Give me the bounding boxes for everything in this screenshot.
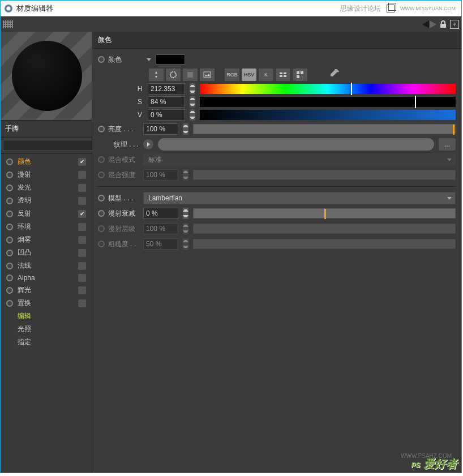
item-illumination[interactable]: 光照 bbox=[1, 323, 92, 336]
diffuse-level-slider[interactable] bbox=[193, 224, 456, 234]
s-input[interactable] bbox=[148, 96, 185, 108]
channel-environment-checkbox[interactable] bbox=[78, 223, 86, 231]
roughness-input[interactable] bbox=[143, 238, 178, 250]
texture-browse-button[interactable]: ... bbox=[439, 138, 456, 151]
diffuse-falloff-spinner[interactable] bbox=[183, 208, 188, 219]
channel-luminance-checkbox[interactable] bbox=[78, 184, 86, 192]
v-slider[interactable] bbox=[200, 110, 456, 120]
channel-alpha-checkbox[interactable] bbox=[78, 274, 86, 282]
channel-transparency-checkbox[interactable] bbox=[78, 197, 86, 205]
channel-luminance[interactable]: 发光 bbox=[1, 181, 92, 194]
h-input[interactable] bbox=[148, 83, 185, 95]
swatches1-icon[interactable] bbox=[276, 68, 290, 81]
k-mode-button[interactable]: K bbox=[259, 68, 273, 81]
s-slider[interactable] bbox=[200, 97, 456, 107]
search-input[interactable] bbox=[3, 140, 93, 151]
model-label: 模型 . . . bbox=[108, 194, 133, 203]
nav-back-icon[interactable] bbox=[422, 20, 429, 28]
svg-rect-9 bbox=[297, 71, 299, 74]
material-name[interactable]: 手脚 bbox=[1, 120, 92, 138]
channel-alpha[interactable]: Alpha bbox=[1, 272, 92, 284]
texture-menu-button[interactable] bbox=[143, 139, 153, 149]
svg-rect-6 bbox=[284, 72, 286, 74]
diffuse-level-label: 漫射层级 bbox=[108, 224, 135, 234]
roughness-slider[interactable] bbox=[193, 239, 456, 249]
mixstrength-spinner[interactable] bbox=[183, 169, 188, 181]
diffuse-falloff-input[interactable] bbox=[143, 208, 178, 219]
channel-normal-checkbox[interactable] bbox=[78, 262, 86, 270]
maximize-icon[interactable] bbox=[387, 5, 395, 12]
svg-rect-11 bbox=[297, 75, 299, 78]
texture-field[interactable] bbox=[158, 138, 434, 151]
sidebar: 手脚 颜色 漫射 发光 透明 反射 环境 烟雾 凹凸 法线 Alpha 辉光 bbox=[1, 32, 92, 473]
rgb-mode-button[interactable]: RGB bbox=[225, 68, 239, 81]
brightness-slider[interactable] bbox=[193, 124, 456, 134]
color-wheel-icon[interactable] bbox=[166, 68, 181, 81]
hsv-mode-button[interactable]: HSV bbox=[242, 68, 256, 81]
mixstrength-row: 混合强度 bbox=[98, 168, 456, 182]
channel-environment[interactable]: 环境 bbox=[1, 220, 92, 233]
channel-reflection-checkbox[interactable] bbox=[78, 210, 86, 218]
diffuse-level-row: 漫射层级 bbox=[98, 222, 456, 235]
h-spinner[interactable] bbox=[190, 83, 195, 95]
channel-glow-checkbox[interactable] bbox=[78, 286, 86, 294]
nav-forward-icon[interactable] bbox=[430, 20, 436, 28]
window-title: 材质编辑器 bbox=[16, 3, 53, 14]
channel-transparency[interactable]: 透明 bbox=[1, 194, 92, 207]
mixmode-dropdown[interactable]: 标准 bbox=[143, 153, 456, 166]
svg-rect-10 bbox=[301, 71, 303, 74]
divider bbox=[98, 186, 456, 187]
channel-diffuse[interactable]: 漫射 bbox=[1, 168, 92, 181]
channel-reflection[interactable]: 反射 bbox=[1, 207, 92, 220]
diffuse-level-spinner[interactable] bbox=[183, 223, 188, 234]
roughness-spinner[interactable] bbox=[183, 238, 188, 250]
spectrum-icon[interactable] bbox=[183, 68, 198, 81]
h-label: H bbox=[136, 85, 143, 93]
roughness-label: 粗糙度 . . bbox=[108, 239, 136, 249]
v-input[interactable] bbox=[148, 109, 185, 121]
svg-rect-4 bbox=[204, 72, 211, 78]
diffuse-falloff-slider[interactable] bbox=[193, 208, 456, 218]
svg-point-1 bbox=[7, 7, 11, 11]
model-dropdown[interactable]: Lambertian bbox=[143, 192, 456, 204]
color-swatch[interactable] bbox=[156, 54, 185, 65]
mixmode-label: 混合模式 bbox=[108, 155, 135, 165]
channel-glow[interactable]: 辉光 bbox=[1, 284, 92, 297]
channel-fog[interactable]: 烟雾 bbox=[1, 233, 92, 246]
lock-icon[interactable] bbox=[439, 20, 448, 29]
brightness-input[interactable] bbox=[143, 123, 178, 135]
channel-bump-checkbox[interactable] bbox=[78, 249, 86, 257]
mixstrength-input[interactable] bbox=[143, 169, 178, 181]
channel-normal[interactable]: 法线 bbox=[1, 259, 92, 272]
main-area: 手脚 颜色 漫射 发光 透明 反射 环境 烟雾 凹凸 法线 Alpha 辉光 bbox=[1, 32, 461, 473]
color-mode-strip: RGB HSV K bbox=[149, 68, 456, 82]
v-spinner[interactable] bbox=[190, 109, 195, 121]
saturation-row: S bbox=[136, 96, 456, 108]
material-preview[interactable] bbox=[1, 32, 92, 120]
brightness-spinner[interactable] bbox=[183, 123, 188, 135]
channel-color[interactable]: 颜色 bbox=[1, 155, 92, 168]
item-assign[interactable]: 指定 bbox=[1, 336, 92, 349]
channel-fog-checkbox[interactable] bbox=[78, 236, 86, 244]
image-icon[interactable] bbox=[200, 68, 215, 81]
new-tag-icon[interactable]: + bbox=[450, 20, 459, 29]
channel-color-checkbox[interactable] bbox=[78, 158, 86, 166]
channel-displacement[interactable]: 置换 bbox=[1, 297, 92, 310]
mixstrength-label: 混合强度 bbox=[108, 170, 135, 180]
mixstrength-slider[interactable] bbox=[193, 170, 456, 180]
channel-bump[interactable]: 凹凸 bbox=[1, 246, 92, 259]
grid-icon[interactable] bbox=[3, 20, 13, 28]
material-editor-window: 材质编辑器 思缘设计论坛 WWW.MISSYUAN.COM + 手脚 bbox=[0, 0, 462, 473]
h-slider[interactable] bbox=[200, 84, 456, 94]
texture-row: 纹理 . . . ... bbox=[98, 138, 456, 151]
eyedropper-icon[interactable] bbox=[327, 68, 340, 82]
channel-diffuse-checkbox[interactable] bbox=[78, 171, 86, 179]
item-edit[interactable]: 编辑 bbox=[1, 310, 92, 323]
diffuse-level-input[interactable] bbox=[143, 223, 178, 234]
picker-arrows-icon[interactable] bbox=[149, 68, 164, 81]
watermark-brand: PS PS 爱好者爱好者 bbox=[411, 456, 457, 471]
channel-displacement-checkbox[interactable] bbox=[78, 299, 86, 307]
s-spinner[interactable] bbox=[190, 96, 195, 108]
color-menu-icon[interactable] bbox=[147, 58, 151, 61]
swatches2-icon[interactable] bbox=[293, 68, 307, 81]
